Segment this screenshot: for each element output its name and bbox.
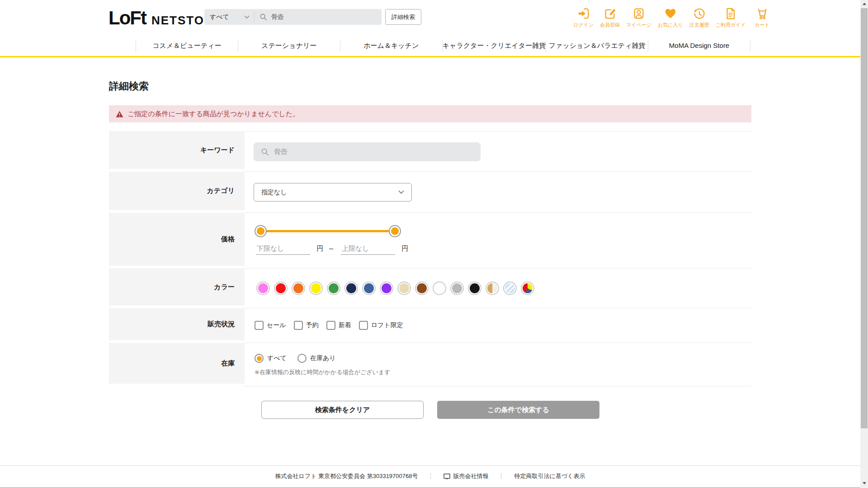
keyword-row: キーワード [109, 131, 751, 172]
color-swatch-blue[interactable] [364, 283, 374, 293]
nav-item-character[interactable]: キャラクター・クリエイター雑貨 [442, 39, 546, 52]
form-actions: 検索条件をクリア この条件で検索する [261, 401, 599, 419]
error-banner: ご指定の条件に一致する商品が見つかりませんでした。 [109, 105, 751, 122]
footer-seller-info-link[interactable]: 販売会社情報 [443, 472, 488, 480]
checkbox-reservation-box[interactable] [294, 321, 303, 330]
slider-track[interactable] [260, 230, 395, 232]
category-selected-value: 指定なし [261, 188, 287, 197]
color-swatch-multicolor[interactable] [523, 283, 533, 293]
page-title: 詳細検索 [109, 80, 149, 93]
color-swatch-clear[interactable] [505, 283, 515, 293]
radio-in-stock-button[interactable] [297, 354, 307, 363]
checkbox-new[interactable]: 新着 [326, 321, 351, 330]
order-history-label: 注文履歴 [689, 22, 709, 28]
keyword-input-box [254, 142, 481, 161]
checkbox-new-label: 新着 [339, 321, 351, 329]
sales-status-label: 販売状況 [109, 308, 245, 343]
login-link[interactable]: ログイン [573, 7, 594, 28]
radio-all-button[interactable] [255, 354, 264, 363]
stock-field: すべて 在庫あり ※在庫情報の反映に時間がかかる場合がございます [245, 343, 751, 386]
color-swatch-gold-silver[interactable] [487, 283, 497, 293]
color-swatch-purple[interactable] [382, 283, 392, 293]
nav-item-moma[interactable]: MoMA Design Store [648, 39, 750, 52]
color-swatch-gray[interactable] [452, 283, 462, 293]
history-clock-icon [693, 7, 706, 20]
sales-status-field: セール 予約 新着 ロフト限定 [245, 308, 751, 343]
radio-in-stock[interactable]: 在庫あり [297, 354, 336, 363]
footer-tokushoho-label: 特定商取引法に基づく表示 [514, 472, 585, 480]
guide-label: ご利用ガイド [716, 22, 746, 28]
color-swatches [256, 282, 534, 295]
color-swatch-orange[interactable] [293, 283, 303, 293]
price-min-input[interactable] [256, 244, 310, 255]
order-history-link[interactable]: 注文履歴 [689, 7, 709, 28]
color-swatch-white[interactable] [434, 283, 444, 293]
nav-item-fashion[interactable]: ファッション＆バラエティ雑貨 [546, 39, 648, 52]
color-swatch-red[interactable] [276, 283, 286, 293]
color-swatch-pink[interactable] [258, 283, 268, 293]
header: LoFt NETSTORE すべて 詳細検索 ログイン [0, 0, 860, 35]
header-search-input[interactable] [271, 14, 375, 21]
login-label: ログイン [573, 22, 594, 28]
radio-all[interactable]: すべて [255, 354, 287, 363]
footer-seller-info-label: 販売会社情報 [453, 472, 488, 480]
checkbox-loft-limited-box[interactable] [359, 321, 368, 330]
price-separator: ～ [328, 244, 335, 253]
price-range-slider [260, 225, 395, 237]
category-field: 指定なし [245, 172, 751, 213]
footer-tokushoho-link[interactable]: 特定商取引法に基づく表示 [514, 472, 585, 480]
checkbox-sale[interactable]: セール [255, 321, 286, 330]
scrollbar-down-arrow[interactable] [860, 479, 868, 487]
page: LoFt NETSTORE すべて 詳細検索 ログイン [0, 0, 868, 488]
favorites-link[interactable]: お気に入り [658, 7, 683, 28]
color-field [245, 268, 751, 308]
mypage-link[interactable]: マイページ [626, 7, 651, 28]
keyword-field [245, 131, 751, 172]
nav-item-cosme[interactable]: コスメ＆ビューティー [136, 39, 238, 52]
guide-link[interactable]: ご利用ガイド [716, 7, 746, 28]
slider-handle-min[interactable] [255, 225, 267, 237]
cart-link[interactable]: カート [752, 7, 772, 28]
color-swatch-beige[interactable] [399, 283, 409, 293]
header-search-bar: すべて [204, 9, 382, 25]
color-swatch-green[interactable] [329, 283, 339, 293]
checkbox-sale-box[interactable] [255, 321, 264, 330]
keyword-input[interactable] [274, 148, 464, 156]
register-link[interactable]: 会員登録 [600, 7, 620, 28]
cart-label: カート [755, 22, 770, 28]
nav-item-home-kitchen[interactable]: ホーム＆キッチン [340, 39, 442, 52]
logo-loft-text: LoFt [108, 7, 146, 29]
search-divider [254, 12, 255, 22]
search-scope-value: すべて [210, 13, 229, 21]
scrollbar[interactable] [860, 0, 868, 488]
color-swatch-brown[interactable] [417, 283, 427, 293]
color-swatch-navy[interactable] [346, 283, 356, 293]
color-swatch-black[interactable] [470, 283, 480, 293]
heart-icon [664, 7, 677, 20]
search-scope-select[interactable]: すべて [204, 9, 254, 25]
register-icon [603, 7, 617, 20]
price-max-unit: 円 [401, 244, 408, 253]
clear-conditions-button[interactable]: 検索条件をクリア [261, 401, 424, 419]
price-label: 価格 [109, 213, 245, 268]
search-icon [259, 13, 267, 21]
login-icon [577, 7, 590, 20]
checkbox-loft-limited[interactable]: ロフト限定 [359, 321, 403, 330]
footer: 株式会社ロフト 東京都公安委員会 第303319700768号 販売会社情報 特… [0, 465, 860, 480]
search-submit-button[interactable]: この条件で検索する [437, 401, 599, 419]
checkbox-reservation[interactable]: 予約 [294, 321, 319, 330]
nav-item-stationery[interactable]: ステーショナリー [238, 39, 340, 52]
footer-separator [501, 473, 501, 479]
checkbox-sale-label: セール [267, 321, 286, 329]
category-select[interactable]: 指定なし [254, 183, 412, 202]
advanced-search-button[interactable]: 詳細検索 [385, 9, 421, 25]
slider-handle-max[interactable] [389, 225, 401, 237]
color-swatch-yellow[interactable] [311, 283, 321, 293]
keyword-label: キーワード [109, 131, 245, 172]
stock-row: 在庫 すべて 在庫あり ※在庫情報の反映に時間がかかる場合がございます [109, 343, 751, 386]
radio-all-label: すべて [267, 354, 287, 362]
scrollbar-thumb[interactable] [861, 8, 868, 428]
scrollbar-up-arrow[interactable] [860, 0, 868, 8]
price-max-input[interactable] [341, 244, 395, 255]
checkbox-new-box[interactable] [326, 321, 335, 330]
